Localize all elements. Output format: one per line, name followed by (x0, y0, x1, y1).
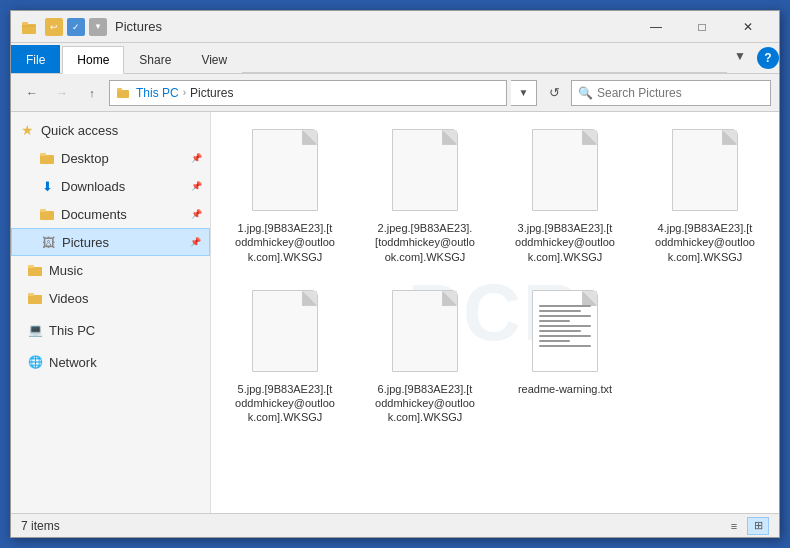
tab-home[interactable]: Home (62, 46, 124, 74)
window-title: Pictures (115, 19, 633, 34)
path-part-pictures: Pictures (190, 86, 233, 100)
fold-4 (723, 130, 737, 144)
sidebar-item-thispc[interactable]: 💻 This PC (11, 316, 210, 344)
path-separator: › (183, 87, 186, 98)
file-page-5 (252, 290, 318, 372)
search-input[interactable] (597, 86, 764, 100)
up-button[interactable]: ↑ (79, 80, 105, 106)
pin-icon-downloads: 📌 (191, 181, 202, 191)
fold-1 (303, 130, 317, 144)
fold-6 (443, 291, 457, 305)
file-name-2: 2.jpeg.[9B83AE23].[toddmhickey@outlook.c… (375, 221, 475, 264)
pictures-icon: 🖼 (40, 234, 56, 250)
path-breadcrumb: This PC › Pictures (116, 86, 233, 100)
qat-properties[interactable]: ✓ (67, 18, 85, 36)
quick-access-toolbar: ↩ ✓ ▼ (45, 18, 107, 36)
file-grid: 1.jpg.[9B83AE23].[toddmhickey@outlook.co… (221, 122, 769, 432)
tab-view[interactable]: View (186, 45, 242, 73)
star-icon: ★ (19, 122, 35, 138)
file-item-3[interactable]: 3.jpg.[9B83AE23].[toddmhickey@outlook.co… (501, 122, 629, 271)
file-item-5[interactable]: 5.jpg.[9B83AE23].[toddmhickey@outlook.co… (221, 283, 349, 432)
sidebar-label-videos: Videos (49, 291, 89, 306)
readme-line-4 (539, 320, 570, 322)
file-page-6 (392, 290, 458, 372)
file-icon-5 (249, 290, 321, 378)
file-page-1 (252, 129, 318, 211)
refresh-button[interactable]: ↺ (541, 80, 567, 106)
qat-undo[interactable]: ↩ (45, 18, 63, 36)
fold-3 (583, 130, 597, 144)
path-part-thispc: This PC (136, 86, 179, 100)
back-button[interactable]: ← (19, 80, 45, 106)
tab-share[interactable]: Share (124, 45, 186, 73)
file-page-2 (392, 129, 458, 211)
sidebar-label-music: Music (49, 263, 83, 278)
file-icon-6 (389, 290, 461, 378)
maximize-button[interactable]: □ (679, 11, 725, 43)
sidebar-label-downloads: Downloads (61, 179, 125, 194)
svg-rect-2 (117, 90, 129, 98)
forward-button[interactable]: → (49, 80, 75, 106)
explorer-window: ↩ ✓ ▼ Pictures — □ ✕ File Home Share Vie… (10, 10, 780, 538)
folder-icon (39, 150, 55, 166)
file-name-5: 5.jpg.[9B83AE23].[toddmhickey@outlook.co… (235, 382, 335, 425)
qat-dropdown[interactable]: ▼ (89, 18, 107, 36)
sidebar-label-network: Network (49, 355, 97, 370)
file-name-1: 1.jpg.[9B83AE23].[toddmhickey@outlook.co… (235, 221, 335, 264)
svg-rect-4 (40, 155, 54, 164)
address-bar: ← → ↑ This PC › Pictures ▼ ↺ 🔍 (11, 74, 779, 112)
sidebar-label-pictures: Pictures (62, 235, 109, 250)
pin-icon-desktop: 📌 (191, 153, 202, 163)
file-icon-readme (529, 290, 601, 378)
ribbon-tab-list: File Home Share View ▼ ? (11, 43, 779, 73)
svg-rect-3 (117, 88, 122, 91)
search-box[interactable]: 🔍 (571, 80, 771, 106)
file-icon-3 (529, 129, 601, 217)
address-dropdown-btn[interactable]: ▼ (511, 80, 537, 106)
svg-rect-7 (40, 209, 46, 212)
ribbon: File Home Share View ▼ ? (11, 43, 779, 74)
network-icon: 🌐 (27, 354, 43, 370)
svg-rect-6 (40, 211, 54, 220)
list-view-btn[interactable]: ≡ (723, 517, 745, 535)
videos-icon (27, 290, 43, 306)
search-icon: 🔍 (578, 86, 593, 100)
file-item-6[interactable]: 6.jpg.[9B83AE23].[toddmhickey@outlook.co… (361, 283, 489, 432)
sidebar-label-thispc: This PC (49, 323, 95, 338)
sidebar-quickaccess-label: Quick access (41, 123, 118, 138)
svg-rect-10 (28, 295, 42, 304)
file-item-readme[interactable]: readme-warning.txt (501, 283, 629, 432)
file-item-4[interactable]: 4.jpg.[9B83AE23].[toddmhickey@outlook.co… (641, 122, 769, 271)
music-icon (27, 262, 43, 278)
file-item-1[interactable]: 1.jpg.[9B83AE23].[toddmhickey@outlook.co… (221, 122, 349, 271)
title-bar: ↩ ✓ ▼ Pictures — □ ✕ (11, 11, 779, 43)
sidebar-item-desktop[interactable]: Desktop 📌 (11, 144, 210, 172)
minimize-button[interactable]: — (633, 11, 679, 43)
pin-icon-pictures: 📌 (190, 237, 201, 247)
sidebar-item-music[interactable]: Music (11, 256, 210, 284)
sidebar-item-downloads[interactable]: ⬇ Downloads 📌 (11, 172, 210, 200)
file-page-4 (672, 129, 738, 211)
close-button[interactable]: ✕ (725, 11, 771, 43)
sidebar-quickaccess-header[interactable]: ★ Quick access (11, 116, 210, 144)
file-item-2[interactable]: 2.jpeg.[9B83AE23].[toddmhickey@outlook.c… (361, 122, 489, 271)
ribbon-collapse-btn[interactable]: ▼ (727, 43, 753, 69)
main-content: ★ Quick access Desktop 📌 ⬇ Downloads 📌 (11, 112, 779, 513)
svg-rect-5 (40, 153, 46, 156)
tile-view-btn[interactable]: ⊞ (747, 517, 769, 535)
sidebar-item-documents[interactable]: Documents 📌 (11, 200, 210, 228)
file-area: PCR 1.jpg.[9B83AE23].[toddmhickey@outloo… (211, 112, 779, 513)
svg-rect-11 (28, 293, 34, 296)
sidebar-item-videos[interactable]: Videos (11, 284, 210, 312)
tab-file[interactable]: File (11, 45, 60, 73)
file-icon-2 (389, 129, 461, 217)
window-controls: — □ ✕ (633, 11, 771, 43)
help-btn[interactable]: ? (757, 47, 779, 69)
address-path[interactable]: This PC › Pictures (109, 80, 507, 106)
readme-lines (539, 305, 591, 350)
fold-2 (443, 130, 457, 144)
svg-rect-0 (22, 24, 36, 34)
view-toggle-group: ≡ ⊞ (723, 517, 769, 535)
sidebar-item-pictures[interactable]: 🖼 Pictures 📌 (11, 228, 210, 256)
sidebar-item-network[interactable]: 🌐 Network (11, 348, 210, 376)
